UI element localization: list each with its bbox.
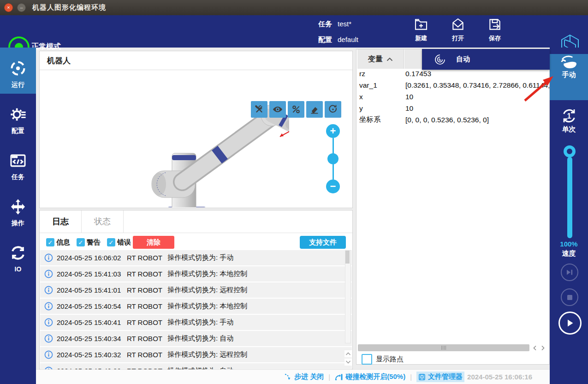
log-message: 操作模式切换为: 手动 xyxy=(167,318,352,327)
statusbar-separator: | xyxy=(328,373,330,381)
sidebar-item-io[interactable]: IO xyxy=(0,232,36,278)
variable-name: x xyxy=(356,93,405,101)
log-filter-row: ✓ 信息 ✓ 警告 ✓ 错误 清除 支持文件 xyxy=(40,233,352,252)
variable-row[interactable]: y 10 xyxy=(356,102,549,114)
tab-log[interactable]: 日志 xyxy=(40,210,82,233)
log-scrollbar-thumb[interactable] xyxy=(345,251,350,264)
zoom-in-button[interactable]: + xyxy=(326,124,340,138)
task-value: test* xyxy=(338,20,351,28)
right-sidebar: 手动 1 单次 100% 速度 xyxy=(550,48,588,384)
log-source: RT ROBOT xyxy=(127,351,167,359)
scroll-right-icon[interactable] xyxy=(539,344,547,351)
collision-status[interactable]: 碰撞检测开启(50%) xyxy=(335,372,405,381)
log-row[interactable]: 2024-05-25 15:40:32 RT ROBOT 操作模式切换为: 远程… xyxy=(40,347,352,362)
file-manager-button[interactable]: 文件管理器 xyxy=(416,372,464,382)
config-value: default xyxy=(338,36,358,43)
log-scrollbar[interactable] xyxy=(345,250,351,343)
variable-row[interactable]: x 10 xyxy=(356,91,549,102)
save-button[interactable]: 保存 xyxy=(480,16,510,42)
step-mode-label: 步进 关闭 xyxy=(294,372,324,381)
speed-slider-track[interactable] xyxy=(567,157,572,238)
robot-3d-viewport[interactable]: + − xyxy=(40,70,352,207)
header: 正常模式 任务test* 配置default 新建 打开 xyxy=(0,15,588,48)
file-manager-icon xyxy=(418,373,426,381)
show-waypoints-checkbox[interactable]: 显示路点 xyxy=(362,354,404,365)
variable-name: rz xyxy=(356,70,405,78)
log-filter-checkbox[interactable]: ✓ 信息 xyxy=(46,238,70,247)
log-time: 2024-05-25 15:40:34 xyxy=(57,335,127,342)
close-icon[interactable]: × xyxy=(4,3,13,12)
log-source: RT ROBOT xyxy=(127,318,167,326)
log-source: RT ROBOT xyxy=(127,302,167,310)
file-manager-label: 文件管理器 xyxy=(428,372,463,381)
speed-slider-knob[interactable] xyxy=(564,145,576,157)
open-task-button[interactable]: 打开 xyxy=(443,16,473,42)
variables-list: rz 0.17453 var_1 [0.3261, 0.35348, 0.734… xyxy=(356,68,549,126)
log-row[interactable]: 2024-05-25 15:41:03 RT ROBOT 操作模式切换为: 本地… xyxy=(40,266,352,282)
info-icon xyxy=(44,286,53,294)
scroll-down-icon[interactable] xyxy=(344,359,352,366)
path-button[interactable] xyxy=(288,101,304,118)
new-task-button[interactable]: 新建 xyxy=(406,16,436,42)
single-cycle-icon: 1 xyxy=(560,107,578,125)
checkbox-checked-icon: ✓ xyxy=(107,238,115,246)
log-time: 2024-05-25 15:40:32 xyxy=(57,351,127,359)
scrollbar-grip-icon xyxy=(441,346,446,350)
statusbar-separator: | xyxy=(410,373,412,381)
log-row[interactable]: 2024-05-25 15:40:54 RT ROBOT 操作模式切换为: 本地… xyxy=(40,299,352,314)
info-icon xyxy=(44,253,53,262)
log-message: 操作模式切换为: 本地控制 xyxy=(167,270,352,278)
info-icon xyxy=(44,318,53,327)
log-filter-checkbox[interactable]: ✓ 错误 xyxy=(107,238,131,247)
window-title: 机器人图形化编程环境 xyxy=(32,3,106,12)
collision-icon xyxy=(335,373,343,381)
eye-button[interactable] xyxy=(269,101,286,118)
tools-button[interactable] xyxy=(251,101,267,118)
variables-header[interactable]: 变量 xyxy=(357,49,404,69)
log-row[interactable]: 2024-05-25 15:40:30 RT ROBOT 操作模式切换为: 自动 xyxy=(40,363,352,369)
log-filter-label: 信息 xyxy=(56,238,70,247)
single-run-button[interactable]: 1 单次 xyxy=(550,107,588,140)
minimize-icon[interactable]: – xyxy=(17,3,26,12)
io-swap-icon xyxy=(9,244,27,262)
sidebar-item-operate[interactable]: 操作 xyxy=(0,186,36,232)
eraser-button[interactable] xyxy=(306,101,323,118)
move-arrows-icon xyxy=(9,198,27,216)
log-message: 操作模式切换为: 手动 xyxy=(167,253,352,262)
variable-row[interactable]: 坐标系 [0, 0, 0, 0.5236, 0.5236, 0] xyxy=(356,114,549,126)
log-filters: ✓ 信息 ✓ 警告 ✓ 错误 xyxy=(40,238,131,247)
log-row[interactable]: 2024-05-25 15:41:01 RT ROBOT 操作模式切换为: 远程… xyxy=(40,282,352,298)
rotate-button[interactable] xyxy=(325,101,341,118)
play-button[interactable] xyxy=(558,312,582,335)
mode-dropdown-item-auto[interactable]: 自动 xyxy=(422,49,550,70)
variable-value: [0.3261, 0.35348, 0.73416, 2.72866, 0.61… xyxy=(405,81,549,90)
config-label: 配置 xyxy=(318,36,332,43)
auto-mode-label: 自动 xyxy=(456,55,470,64)
manual-mode-button[interactable]: 手动 xyxy=(550,54,588,100)
play-icon xyxy=(566,319,574,327)
zoom-slider-knob[interactable] xyxy=(327,153,339,164)
step-mode-status[interactable]: 步进 关闭 xyxy=(284,372,324,381)
support-files-button[interactable]: 支持文件 xyxy=(300,236,346,249)
step-button[interactable] xyxy=(561,264,578,281)
sidebar-item-task[interactable]: 任务 xyxy=(0,140,36,186)
tab-status[interactable]: 状态 xyxy=(82,210,124,233)
step-forward-icon xyxy=(566,269,573,276)
variable-row[interactable]: var_1 [0.3261, 0.35348, 0.73416, 2.72866… xyxy=(356,79,549,91)
zoom-out-button[interactable]: − xyxy=(326,180,340,193)
log-row[interactable]: 2024-05-25 15:40:41 RT ROBOT 操作模式切换为: 手动 xyxy=(40,315,352,330)
clear-log-button[interactable]: 清除 xyxy=(133,236,174,249)
log-filter-checkbox[interactable]: ✓ 警告 xyxy=(77,238,101,247)
variables-hscrollbar[interactable] xyxy=(358,344,529,351)
status-bar: 步进 关闭 | 碰撞检测开启(50%) | 文件管理器 2024-05-25 1… xyxy=(36,369,550,384)
checkbox-unchecked-icon xyxy=(362,354,372,365)
log-row[interactable]: 2024-05-25 15:40:34 RT ROBOT 操作模式切换为: 自动 xyxy=(40,331,352,346)
log-row[interactable]: 2024-05-25 16:06:02 RT ROBOT 操作模式切换为: 手动 xyxy=(40,250,352,265)
stop-button[interactable] xyxy=(561,288,578,306)
variable-name: 坐标系 xyxy=(356,115,405,125)
scroll-left-icon[interactable] xyxy=(531,344,539,351)
scroll-up-icon[interactable] xyxy=(344,350,352,357)
sidebar-item-run[interactable]: 运行 xyxy=(0,48,36,94)
log-time: 2024-05-25 15:40:54 xyxy=(57,302,127,310)
sidebar-item-config[interactable]: 配置 xyxy=(0,94,36,140)
